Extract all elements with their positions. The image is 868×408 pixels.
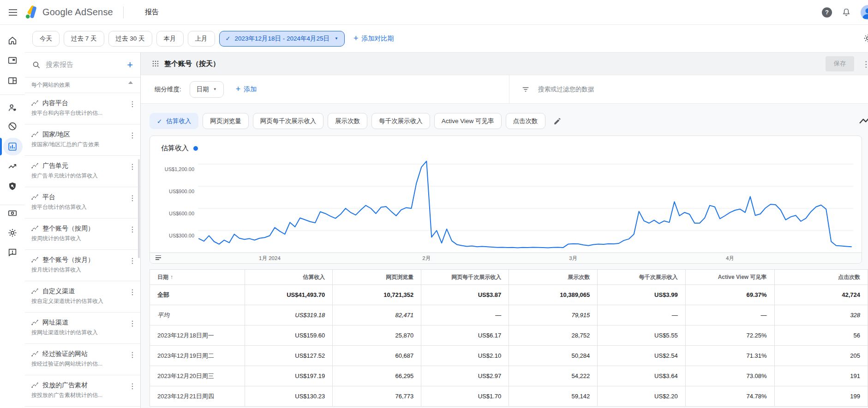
nav-brand-safety-icon[interactable] [0,101,25,115]
breakdown-label: 细分维度: [155,85,181,94]
value-cell: US$2.20 [598,386,685,407]
nav-feedback-icon[interactable] [0,246,25,260]
nav-home-icon[interactable] [0,34,25,47]
account-avatar[interactable] [861,5,868,20]
item-more-options-icon[interactable]: ⋮ [128,162,137,171]
nav-optimization-icon[interactable] [0,160,25,173]
new-report-plus-button[interactable]: + [127,59,133,71]
adsense-logo[interactable]: Google AdSense [25,6,113,19]
metric-chip[interactable]: 每千次展示收入 [371,113,430,129]
report-item-description: 按平台统计的估算收入 [31,203,126,211]
notifications-bell-icon[interactable] [841,7,851,18]
value-cell: US$197.19 [245,366,332,386]
metric-chip[interactable]: Active View 可见率 [434,113,502,129]
column-header-6[interactable]: Active View 可见率 [685,270,774,285]
nav-reports-icon[interactable] [0,140,25,154]
metric-chip[interactable]: 网页浏览量 [203,113,249,129]
item-more-options-icon[interactable]: ⋮ [128,131,137,140]
add-comparison-button[interactable]: + 添加对比期 [353,34,394,43]
item-more-options-icon[interactable]: ⋮ [128,225,137,234]
item-more-options-icon[interactable]: ⋮ [128,100,137,108]
scrolled-report-item[interactable]: 每个网站的效果 [25,77,140,93]
report-item-description: 按投放的广告素材统计的估... [31,391,126,399]
nav-sites-icon[interactable] [0,74,25,88]
date-preset-chip[interactable]: 本月 [156,31,184,47]
metric-chip[interactable]: 展示次数 [328,113,367,129]
plus-icon: + [236,84,241,94]
estimated-earnings-line-chart: US$300.00US$600.00US$900.00US$1,200.001月… [150,136,862,263]
nav-ads-icon[interactable] [0,53,25,67]
item-more-options-icon[interactable]: ⋮ [128,350,137,359]
item-more-options-icon[interactable]: ⋮ [128,288,137,296]
more-options-icon[interactable]: ⋮ [862,59,868,69]
chart-compare-icon[interactable] [859,116,868,127]
date-preset-chip[interactable]: 上月 [188,31,215,47]
panel-scrollbar-thumb[interactable] [138,159,140,258]
report-item-title: 自定义渠道 [42,287,75,296]
metric-chip[interactable]: 网页每千次展示收入 [253,113,324,129]
date-preset-chip[interactable]: 过去 30 天 [108,31,152,47]
filter-search-input[interactable]: 搜索或过滤您的数据 [509,75,868,103]
svg-text:4月: 4月 [726,255,734,261]
column-header-2[interactable]: 网页浏览量 [333,270,421,285]
nav-settings-icon[interactable] [0,226,25,240]
value-cell: US$2.97 [421,366,509,386]
item-more-options-icon[interactable]: ⋮ [128,194,137,202]
metric-chips: ✓估算收入网页浏览量网页每千次展示收入展示次数每千次展示收入Active Vie… [150,113,545,129]
report-list-item[interactable]: 广告单元按广告单元统计的估算收入⋮ [25,156,140,187]
value-cell: US$5.55 [598,325,685,346]
drag-grid-icon[interactable] [152,60,159,67]
metric-chip[interactable]: 点击次数 [506,113,545,129]
scroll-up-arrow[interactable] [128,81,133,84]
report-list-item[interactable]: 整个账号（按周）按周统计的估算收入⋮ [25,219,140,250]
chart-title: 估算收入 [161,144,189,153]
item-more-options-icon[interactable]: ⋮ [128,319,137,328]
sparkline-icon [31,257,39,263]
report-list-item[interactable]: 内容平台按平台和内容平台统计的估...⋮ [25,93,140,124]
report-list-item[interactable]: 国家/地区按国家/地区汇总的广告效果⋮ [25,124,140,156]
value-cell: — [598,305,685,325]
value-cell: 76,773 [333,386,421,407]
item-more-options-icon[interactable]: ⋮ [128,256,137,265]
date-preset-chip[interactable]: 过去 7 天 [64,31,104,47]
report-list-item[interactable]: 经过验证的网站按经过验证的网站统计的估...⋮ [25,344,140,375]
date-preset-chip[interactable]: 今天 [32,31,60,47]
value-cell: 71.31% [685,346,774,366]
dimension-dropdown[interactable]: 日期 ▼ [190,81,224,98]
report-settings-gear-icon[interactable] [863,33,868,43]
search-icon [32,61,40,69]
report-list-item[interactable]: 投放的广告素材按投放的广告素材统计的估...⋮ [25,375,140,407]
nav-policy-center-icon[interactable] [0,179,25,193]
add-dimension-button[interactable]: + 添加 [236,84,257,94]
nav-blocking-controls-icon[interactable] [0,119,25,133]
svg-text:2月: 2月 [422,255,431,261]
sparkline-icon [31,288,39,295]
report-list-item[interactable]: 整个账号（按月）按月统计的估算收入⋮ [25,250,140,281]
menu-icon[interactable] [7,7,18,18]
row-label-cell: 2023年12月20日周三 [150,366,245,386]
adsense-logo-icon [25,6,39,19]
column-header-1[interactable]: 估算收入 [245,270,332,285]
edit-metrics-pencil-icon[interactable] [553,117,562,125]
column-header-4[interactable]: 展示次数 [509,270,598,285]
report-list-item[interactable]: 自定义渠道按自定义渠道统计的估算收入⋮ [25,281,140,313]
help-icon[interactable]: ? [822,7,832,18]
search-reports-input[interactable]: 搜索报告 [46,60,121,69]
column-header-3[interactable]: 网页每千次展示收入 [421,270,509,285]
selected-date-range-chip[interactable]: ✓ 2023年12月18日 - 2024年4月25日 ▼ [219,31,345,47]
header-divider [123,6,124,18]
metric-chip[interactable]: ✓估算收入 [150,113,198,129]
column-header-7[interactable]: 点击次数 [774,270,868,285]
nav-payments-icon[interactable] [0,206,25,220]
chart-table-toggle-icon[interactable] [156,255,161,260]
report-list-item[interactable]: 平台按平台统计的估算收入⋮ [25,187,140,219]
metric-chip-label: 网页每千次展示收入 [260,117,317,125]
value-cell: 191 [774,366,868,386]
save-button[interactable]: 保存 [826,56,854,71]
column-header-date[interactable]: 日期↑ [150,270,245,285]
breakdown-bar: 细分维度: 日期 ▼ + 添加 搜索或过滤您的数据 [141,75,868,104]
plus-icon: + [353,34,359,43]
item-more-options-icon[interactable]: ⋮ [128,382,137,390]
report-list-item[interactable]: 网址渠道按网址渠道统计的估算收入⋮ [25,313,140,344]
column-header-5[interactable]: 每千次展示收入 [598,270,685,285]
